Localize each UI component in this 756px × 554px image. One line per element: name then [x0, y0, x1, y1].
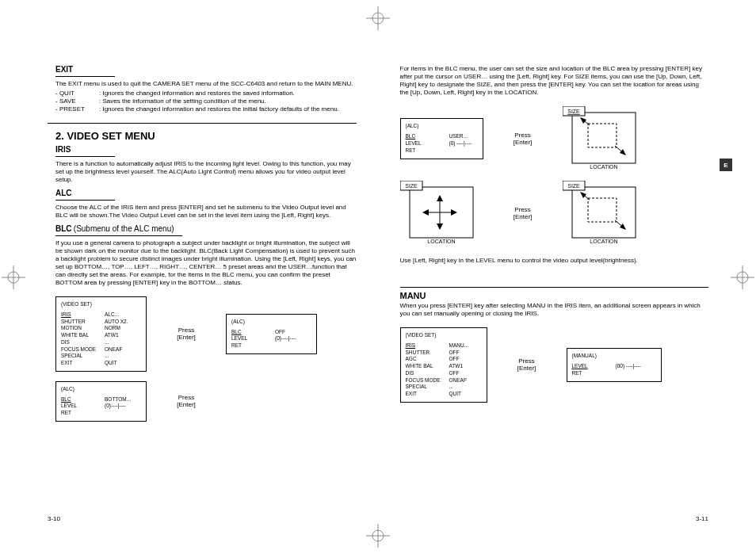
right-para-1: For items in the BLC menu, the user can …	[400, 65, 709, 97]
svg-marker-38	[580, 192, 586, 198]
hr	[55, 235, 182, 236]
hr	[55, 156, 115, 157]
svg-rect-15	[588, 124, 617, 147]
page-num-left: 3-10	[48, 515, 60, 522]
alc-para: Choose the ALC of the IRIS item and pres…	[48, 204, 357, 220]
manu-heading: MANU	[400, 291, 709, 300]
size-diagram-2: SIZELOCATION	[400, 181, 483, 246]
svg-marker-29	[451, 209, 457, 216]
side-tab: E	[720, 159, 732, 171]
blc-heading: BLC (Submenu of the ALC menu)	[48, 224, 357, 233]
alc-heading: ALC	[48, 189, 357, 197]
svg-marker-17	[620, 149, 626, 155]
diag-row-2: (ALC)BLCBOTTOM...LEVEL(0)----|----RET Pr…	[55, 381, 357, 422]
svg-text:SIZE: SIZE	[567, 183, 580, 189]
svg-text:LOCATION: LOCATION	[590, 239, 617, 244]
press-enter-label: Press [Enter]	[503, 206, 543, 220]
alc-menu-off: (ALC)BLCOFFLEVEL(0)----|----RET	[226, 314, 317, 354]
page: E EXIT The EXIT menu is used to quit the…	[0, 0, 756, 554]
cropmark-bottom	[366, 524, 390, 548]
exit-para: The EXIT menu is used to quit the CAMERA…	[48, 80, 357, 88]
svg-rect-34	[588, 198, 617, 222]
press-enter-label: Press [Enter]	[166, 327, 206, 341]
svg-marker-36	[620, 224, 626, 230]
size-diagram-1: SIZELOCATION	[563, 106, 646, 171]
hr-big	[48, 123, 357, 124]
video-set-menu-manu: (VIDEO SET)IRISMANU...SHUTTEROFFAGCOFFWH…	[400, 327, 487, 403]
size-diagram-3: SIZELOCATION	[563, 181, 646, 246]
def-preset: - PRESET: Ignores the changed informatio…	[48, 105, 357, 113]
blc-para: If you use a general camera to photograp…	[48, 239, 357, 287]
svg-text:LOCATION: LOCATION	[590, 164, 617, 170]
diag-row-1: (VIDEO SET)IRISALC...SHUTTERAUTO X2.MOTI…	[55, 296, 357, 372]
iris-heading: IRIS	[48, 145, 357, 154]
svg-marker-26	[437, 224, 443, 230]
alc-menu-bottom: (ALC)BLCBOTTOM...LEVEL(0)----|----RET	[55, 381, 147, 422]
cropmark-top	[366, 6, 390, 30]
svg-text:SIZE: SIZE	[405, 183, 418, 189]
video-set-heading: 2. VIDEO SET MENU	[48, 130, 357, 142]
def-save: - SAVE: Saves the information of the set…	[48, 97, 357, 105]
svg-marker-28	[422, 209, 429, 216]
press-enter-label: Press [Enter]	[503, 132, 543, 146]
def-quit: - QUIT: Ignores the changed information …	[48, 90, 357, 97]
hr	[400, 287, 709, 288]
svg-text:LOCATION: LOCATION	[427, 239, 455, 244]
hr	[55, 200, 115, 201]
iris-para: There is a function to automatically adj…	[48, 160, 357, 184]
cropmark-left	[2, 266, 25, 289]
right-column: For items in the BLC menu, the user can …	[400, 65, 709, 422]
alc-menu-user: (ALC)BLCUSER...LEVEL(0) ----|----RET	[400, 118, 483, 159]
cropmark-right	[731, 266, 754, 289]
columns: EXIT The EXIT menu is used to quit the C…	[48, 65, 708, 422]
exit-heading: EXIT	[48, 65, 357, 74]
hr	[55, 76, 115, 77]
left-column: EXIT The EXIT menu is used to quit the C…	[48, 65, 357, 422]
svg-marker-25	[437, 195, 443, 201]
diag-row-r1: (ALC)BLCUSER...LEVEL(0) ----|----RET Pre…	[400, 106, 709, 171]
diag-row-r2: SIZELOCATION Press [Enter] SIZELOCATION	[400, 181, 709, 246]
svg-marker-19	[580, 117, 586, 124]
video-set-menu: (VIDEO SET)IRISALC...SHUTTERAUTO X2.MOTI…	[55, 296, 147, 372]
manual-menu: (MANUAL)LEVEL(00) ----|----RET	[567, 348, 662, 381]
right-para-2: Use [Left, Right] key in the LEVEL menu …	[400, 257, 709, 265]
press-enter-label: Press [Enter]	[507, 357, 547, 372]
svg-text:SIZE: SIZE	[567, 109, 580, 114]
press-enter-label: Press [Enter]	[166, 394, 206, 408]
diag-row-r3: (VIDEO SET)IRISMANU...SHUTTEROFFAGCOFFWH…	[400, 327, 709, 403]
page-num-right: 3-11	[696, 515, 708, 522]
manu-para: When you press [ENTER] key after selecti…	[400, 302, 709, 318]
